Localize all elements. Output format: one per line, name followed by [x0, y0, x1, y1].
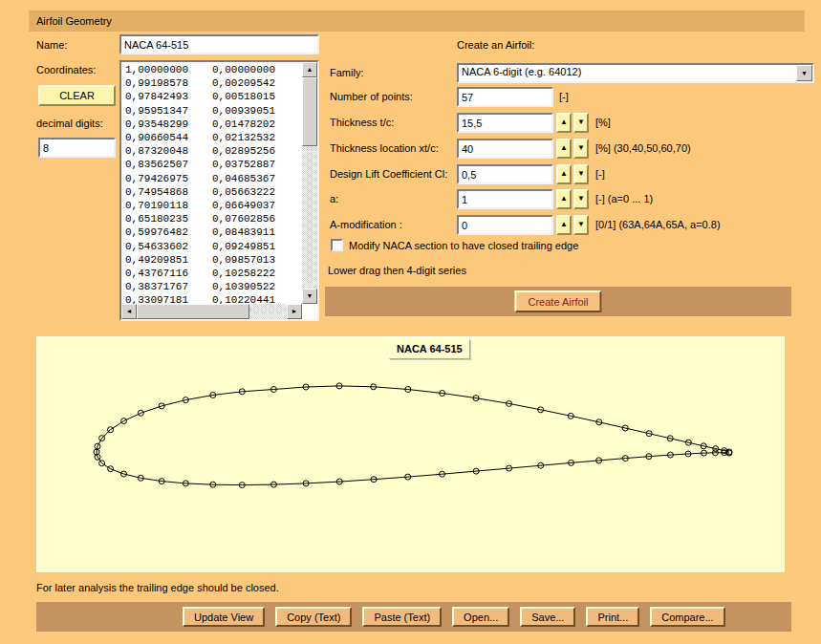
form-row-number-of-points: Number of points:[-] — [330, 87, 821, 108]
a-label: a: — [330, 193, 338, 204]
airfoil-geometry-window: Airfoil Geometry Name: Coordinates: 1,00… — [0, 0, 821, 644]
unit-label: [0/1] (63A,64A,65A, a=0.8) — [595, 219, 721, 230]
coordinate-row[interactable]: 0,835625070,03752887 — [125, 158, 302, 171]
section-titlebar: Airfoil Geometry — [29, 11, 805, 32]
family-select[interactable]: NACA 6-digit (e.g. 64012)▼ — [457, 63, 814, 83]
name-input[interactable] — [119, 34, 319, 54]
create-airfoil-section-label: Create an Airfoil: — [457, 39, 534, 51]
a-modification-label: A-modification : — [330, 219, 402, 230]
coordinate-row[interactable]: 0,991985780,00209542 — [125, 76, 302, 90]
spin-up-icon[interactable]: ▲ — [556, 139, 572, 159]
open-button[interactable]: Open... — [452, 607, 509, 627]
form-row-thickness-t-c: Thickness t/c:▲▼[%] — [330, 113, 821, 134]
copy-text-button[interactable]: Copy (Text) — [275, 607, 352, 627]
clear-button[interactable]: CLEAR — [38, 85, 116, 106]
scroll-right-icon[interactable]: ► — [287, 304, 302, 319]
spin-down-icon[interactable]: ▼ — [573, 164, 589, 184]
coordinates-list-rows: 1,000000000,000000000,991985780,00209542… — [121, 62, 302, 304]
decimal-digits-label: decimal digits: — [36, 118, 103, 129]
coordinate-row[interactable]: 0,794269750,04685367 — [125, 172, 302, 185]
design-lift-coefficient-cl-label: Design Lift Coefficient Cl: — [330, 168, 447, 180]
coordinates-label: Coordinates: — [36, 64, 96, 75]
scroll-up-icon[interactable]: ▲ — [302, 62, 317, 77]
save-button[interactable]: Save... — [520, 607, 575, 627]
coordinate-row[interactable]: 0,546336020,09249851 — [125, 240, 302, 253]
closed-trailing-edge-checkbox-label: Modify NACA section to have closed trail… — [349, 240, 578, 251]
thickness-t-c-input[interactable] — [457, 113, 553, 133]
coordinate-row[interactable]: 0,873200480,02895256 — [125, 144, 302, 158]
a-modification-input[interactable] — [457, 215, 553, 235]
coordinate-row[interactable]: 0,651802350,07602856 — [125, 212, 302, 225]
coordinate-row[interactable]: 0,959513470,00939051 — [125, 104, 302, 118]
plot-title: NACA 64-515 — [389, 339, 470, 359]
create-airfoil-button[interactable]: Create Airfoil — [515, 290, 602, 312]
name-label: Name: — [36, 39, 67, 51]
decimal-digits-input[interactable] — [38, 138, 116, 158]
unit-label: [-] — [595, 168, 605, 180]
vertical-scroll-thumb[interactable] — [302, 77, 317, 146]
airfoil-plot — [37, 337, 785, 572]
scroll-up-glyph: ▲ — [307, 66, 313, 73]
coordinate-row[interactable]: 0,978424930,00518015 — [125, 90, 302, 103]
coordinate-row[interactable]: 0,437671160,10258222 — [125, 267, 302, 280]
unit-label: [%] (30,40,50,60,70) — [595, 142, 691, 154]
scroll-right-glyph: ► — [292, 308, 298, 314]
spin-down-icon[interactable]: ▼ — [573, 189, 589, 209]
scroll-down-icon[interactable]: ▼ — [302, 289, 317, 304]
unit-label: [-] (a=0 ... 1) — [595, 193, 653, 204]
spin-up-icon[interactable]: ▲ — [556, 113, 572, 133]
toolbar: Update ViewCopy (Text)Paste (Text)Open..… — [36, 602, 791, 632]
number-of-points-input[interactable] — [457, 87, 553, 107]
coordinate-row[interactable]: 0,330971810,10220441 — [125, 293, 302, 304]
dropdown-arrow-icon[interactable]: ▼ — [796, 65, 812, 81]
spin-up-icon[interactable]: ▲ — [556, 189, 572, 209]
spin-down-icon[interactable]: ▼ — [573, 139, 589, 159]
update-view-button[interactable]: Update View — [183, 607, 265, 627]
family-label: Family: — [330, 67, 363, 78]
airfoil-plot-area: NACA 64-515 — [36, 336, 785, 572]
horizontal-scrollbar[interactable]: ◄ ► — [121, 304, 302, 319]
horizontal-scroll-thumb[interactable] — [137, 304, 249, 319]
create-band: Create Airfoil — [325, 287, 791, 316]
coordinate-row[interactable]: 1,000000000,00000000 — [125, 63, 302, 76]
design-lift-coefficient-cl-input[interactable] — [457, 164, 553, 184]
scroll-left-glyph: ◄ — [126, 308, 133, 314]
footer-message: For later analysis the trailing edge sho… — [36, 582, 279, 593]
coordinate-row[interactable]: 0,935482990,01478202 — [125, 118, 302, 131]
spin-up-icon[interactable]: ▲ — [556, 215, 572, 235]
unit-label: [%] — [595, 117, 611, 128]
compare-button[interactable]: Compare... — [650, 607, 724, 627]
unit-label: [-] — [559, 91, 569, 102]
form-row-a: a:▲▼[-] (a=0 ... 1) — [330, 189, 821, 210]
print-button[interactable]: Print... — [586, 607, 639, 627]
page-title: Airfoil Geometry — [36, 15, 112, 27]
scroll-down-glyph: ▼ — [307, 292, 313, 299]
coordinate-row[interactable]: 0,383717670,10390522 — [125, 280, 302, 293]
scroll-left-icon[interactable]: ◄ — [121, 304, 137, 319]
spin-down-icon[interactable]: ▼ — [573, 215, 589, 235]
closed-trailing-edge-checkbox[interactable] — [331, 239, 343, 251]
form-row-design-lift-coefficient-cl: Design Lift Coefficient Cl:▲▼[-] — [330, 164, 821, 185]
form-row-family: Family:NACA 6-digit (e.g. 64012)▼ — [330, 63, 821, 84]
coordinate-row[interactable]: 0,701901180,06649037 — [125, 199, 302, 212]
spin-down-icon[interactable]: ▼ — [573, 113, 589, 133]
paste-text-button[interactable]: Paste (Text) — [362, 607, 442, 627]
coordinate-row[interactable]: 0,492098510,09857013 — [125, 253, 302, 267]
family-select-value: NACA 6-digit (e.g. 64012) — [462, 66, 581, 77]
thickness-location-xt-c-input[interactable] — [457, 139, 553, 159]
a-input[interactable] — [457, 189, 553, 209]
coordinate-row[interactable]: 0,906605440,02132532 — [125, 131, 302, 144]
thickness-location-xt-c-label: Thickness location xt/c: — [330, 142, 439, 154]
family-note: Lower drag then 4-digit series — [328, 265, 466, 276]
spin-up-icon[interactable]: ▲ — [556, 164, 572, 184]
vertical-scrollbar[interactable]: ▲ ▼ — [302, 62, 317, 304]
coordinate-row[interactable]: 0,749548680,05663222 — [125, 185, 302, 199]
coordinates-listbox[interactable]: 1,000000000,000000000,991985780,00209542… — [119, 60, 319, 321]
form-row-thickness-location-xt-c: Thickness location xt/c:▲▼[%] (30,40,50,… — [330, 139, 821, 160]
thickness-t-c-label: Thickness t/c: — [330, 117, 394, 128]
coordinate-row[interactable]: 0,599764820,08483911 — [125, 225, 302, 239]
form-row-a-modification: A-modification :▲▼[0/1] (63A,64A,65A, a=… — [330, 215, 821, 236]
number-of-points-label: Number of points: — [330, 91, 413, 102]
